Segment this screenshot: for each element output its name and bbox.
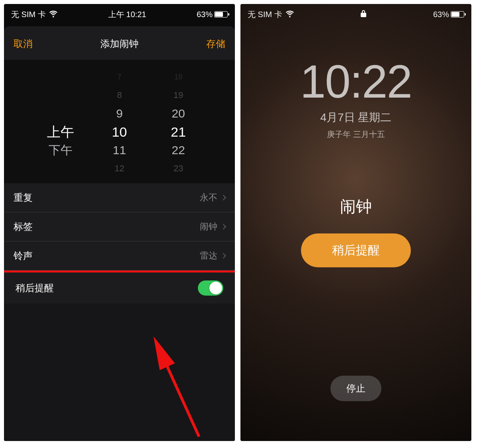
cell-value: 闹钟 [200,221,217,233]
carrier-text: 无 SIM 卡 [11,9,46,20]
cell-label: 标签 [14,220,33,233]
picker-ampm-next: 下午 [49,141,72,159]
cell-label: 稍后提醒 [16,282,54,294]
battery-icon [214,11,228,18]
battery-percent: 63% [433,10,449,19]
cell-repeat[interactable]: 重复 永不 [4,183,235,212]
cell-sound[interactable]: 铃声 雷达 [4,241,235,271]
chevron-right-icon [221,224,226,229]
carrier-text: 无 SIM 卡 [248,9,282,20]
alarm-title: 闹钟 [340,196,372,218]
battery-percent: 63% [197,10,213,19]
status-time: 上午 10:21 [108,9,147,20]
cell-label: 重复 [14,191,33,204]
save-button[interactable]: 存储 [206,37,225,50]
status-bar: 无 SIM 卡 63% [240,4,471,23]
cancel-button[interactable]: 取消 [14,37,33,50]
cell-tag[interactable]: 标签 闹钟 [4,212,235,241]
modal-title: 添加闹钟 [100,37,139,50]
battery-icon [451,11,464,18]
add-alarm-sheet: 取消 添加闹钟 存储 上午 下午 7 8 [4,26,235,441]
picker-minute-selected: 21 [171,123,186,141]
phone-left: 无 SIM 卡 上午 10:21 63% 取消 添加闹钟 存储 [4,4,235,441]
cell-value: 雷达 [200,250,217,262]
picker-col-ampm[interactable]: 上午 下午 [45,68,76,183]
snooze-button[interactable]: 稍后提醒 [301,233,411,267]
cell-value: 永不 [200,192,217,204]
lock-time: 10:22 [300,55,412,108]
annotation-arrow [135,333,215,441]
snooze-toggle[interactable] [198,280,223,296]
stop-button[interactable]: 停止 [330,376,381,401]
lock-date: 4月7日 星期二 [320,110,392,125]
picker-hour-selected: 10 [112,123,127,141]
chevron-right-icon [221,253,226,259]
time-picker[interactable]: 上午 下午 7 8 9 10 11 12 1 18 [4,60,235,183]
picker-col-minute[interactable]: 18 19 20 21 22 23 24 [162,68,194,183]
cell-snooze[interactable]: 稍后提醒 [4,271,235,304]
cell-label: 铃声 [14,249,33,262]
phone-right: 无 SIM 卡 63% 10:22 4月7日 星期二 庚子年 三月十五 [240,4,471,441]
wifi-icon [49,9,58,20]
status-bar: 无 SIM 卡 上午 10:21 63% [4,4,235,23]
chevron-right-icon [221,195,226,200]
lock-lunar-date: 庚子年 三月十五 [327,129,385,140]
svg-line-1 [159,349,199,437]
picker-col-hour[interactable]: 7 8 9 10 11 12 1 [104,68,135,183]
wifi-icon [285,9,294,20]
picker-ampm-selected: 上午 [47,123,74,141]
lock-icon [360,10,367,20]
